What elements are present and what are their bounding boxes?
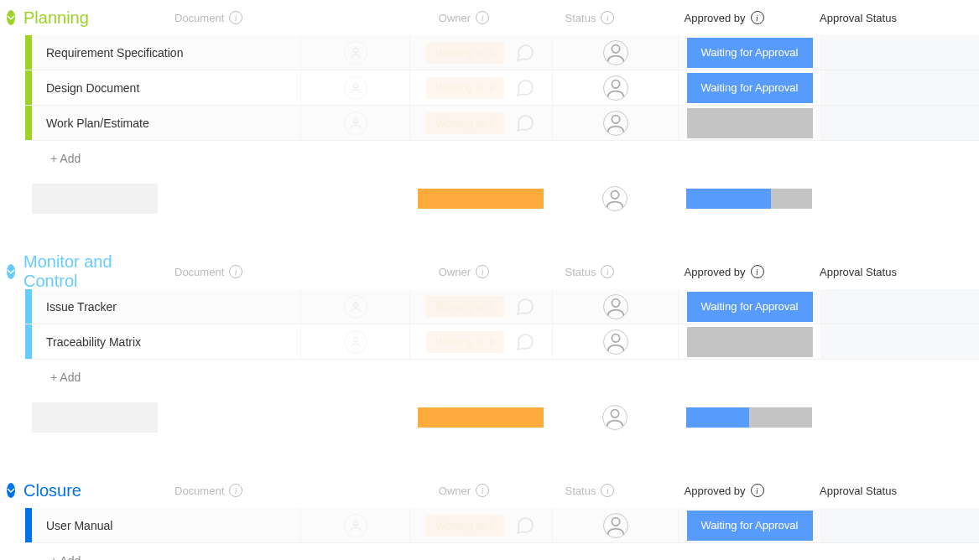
add-button[interactable]: + Add	[32, 554, 300, 560]
info-icon: i	[476, 484, 489, 497]
col-header-approval-status: Approval Status	[787, 266, 930, 278]
chat-icon[interactable]	[514, 331, 536, 353]
person-icon	[603, 40, 628, 65]
svg-point-1	[612, 44, 619, 52]
person-icon	[344, 295, 367, 319]
description-cell[interactable]	[820, 508, 979, 542]
status-cell[interactable]: Working on it	[409, 106, 552, 140]
table-row[interactable]: User Manual Working on it Waiting for Ap…	[25, 508, 979, 543]
approval-status-cell[interactable]: Waiting for Approval	[678, 35, 820, 70]
document-name[interactable]: Design Document	[32, 70, 300, 105]
col-header-approved-by: Approved byi	[661, 265, 787, 278]
info-icon: i	[601, 11, 614, 24]
add-button[interactable]: + Add	[32, 152, 300, 165]
status-cell[interactable]: Working on it	[409, 35, 552, 70]
row-accent	[25, 35, 32, 70]
approved-by-cell[interactable]	[552, 508, 678, 542]
col-header-approved-by: Approved byi	[661, 484, 787, 497]
status-cell[interactable]: Working on it	[409, 289, 552, 324]
chat-icon[interactable]	[514, 296, 536, 318]
owner-cell[interactable]	[300, 106, 409, 140]
chat-icon[interactable]	[514, 42, 536, 64]
approved-by-cell[interactable]	[552, 106, 678, 140]
add-row[interactable]: + Add	[25, 141, 979, 176]
document-name[interactable]: User Manual	[32, 508, 300, 542]
person-icon	[344, 514, 367, 537]
col-header-description: Document Description	[930, 266, 979, 278]
document-name[interactable]: Traceability Matrix	[32, 324, 300, 359]
collapse-toggle[interactable]	[7, 264, 15, 279]
table-row[interactable]: Traceability Matrix Working on it	[25, 324, 979, 360]
summary-avatar-cell	[552, 405, 678, 430]
col-header-owner: Owneri	[409, 11, 518, 24]
approval-status-cell[interactable]: Waiting for Approval	[678, 70, 820, 105]
approved-by-cell[interactable]	[552, 35, 678, 70]
col-header-status: Statusi	[518, 265, 661, 278]
status-cell[interactable]: Working on it	[409, 324, 552, 359]
description-cell[interactable]	[820, 289, 979, 324]
document-name[interactable]: Requirement Specification	[32, 35, 300, 70]
approval-status-cell[interactable]	[678, 106, 820, 140]
approved-by-cell[interactable]	[552, 324, 678, 359]
status-pill: Working on it	[426, 112, 505, 134]
approval-badge: Waiting for Approval	[687, 511, 813, 541]
chat-icon[interactable]	[514, 112, 536, 134]
description-cell[interactable]	[820, 35, 979, 70]
add-button[interactable]: + Add	[32, 371, 300, 384]
table-row[interactable]: Work Plan/Estimate Working on it	[25, 106, 979, 141]
chat-icon[interactable]	[514, 77, 536, 99]
approval-status-cell[interactable]: Waiting for Approval	[678, 289, 820, 324]
approval-status-cell[interactable]	[678, 324, 820, 359]
owner-cell[interactable]	[300, 289, 409, 324]
description-cell[interactable]	[820, 70, 979, 105]
col-header-owner: Owneri	[409, 484, 518, 497]
description-cell[interactable]	[820, 324, 979, 359]
group-title[interactable]: Closure	[23, 481, 141, 500]
person-icon	[603, 513, 628, 538]
info-icon: i	[229, 484, 242, 497]
group-title[interactable]: Planning	[23, 8, 141, 28]
svg-point-6	[611, 191, 618, 199]
info-icon: i	[751, 265, 764, 278]
approval-status-cell[interactable]: Waiting for Approval	[678, 508, 820, 542]
svg-point-11	[611, 410, 618, 417]
status-pill: Working on it	[426, 42, 505, 64]
document-name[interactable]: Work Plan/Estimate	[32, 106, 300, 140]
table-row[interactable]: Issue Tracker Working on it Waiting for …	[25, 289, 979, 324]
group-planning: Planning Documenti Owneri Statusi Approv…	[0, 0, 979, 216]
approval-badge: Waiting for Approval	[687, 38, 813, 68]
group-summary	[25, 181, 979, 216]
chat-icon[interactable]	[514, 515, 536, 537]
owner-cell[interactable]	[300, 324, 409, 359]
owner-cell[interactable]	[300, 35, 409, 70]
col-header-description: Document Description	[930, 485, 979, 497]
person-icon	[603, 75, 628, 101]
group-header: Monitor and Control Documenti Owneri Sta…	[0, 254, 979, 289]
col-header-approved-by: Approved byi	[661, 11, 787, 24]
document-name[interactable]: Issue Tracker	[32, 289, 300, 324]
add-row[interactable]: + Add	[25, 543, 979, 560]
collapse-toggle[interactable]	[7, 483, 15, 498]
approved-by-cell[interactable]	[552, 289, 678, 324]
owner-cell[interactable]	[300, 70, 409, 105]
group-title[interactable]: Monitor and Control	[23, 252, 141, 291]
approval-badge	[687, 108, 813, 138]
description-cell[interactable]	[820, 106, 979, 140]
collapse-toggle[interactable]	[7, 10, 15, 25]
svg-point-12	[353, 521, 357, 525]
table-row[interactable]: Requirement Specification Working on it …	[25, 35, 979, 70]
person-icon	[344, 330, 367, 354]
person-icon	[344, 41, 367, 65]
svg-point-9	[353, 337, 357, 341]
status-cell[interactable]: Working on it	[409, 508, 552, 542]
approved-by-cell[interactable]	[552, 70, 678, 105]
summary-avatar-cell	[552, 186, 678, 211]
status-cell[interactable]: Working on it	[409, 70, 552, 105]
add-row[interactable]: + Add	[25, 360, 979, 395]
table-row[interactable]: Design Document Working on it Waiting fo…	[25, 70, 979, 106]
group-closure: Closure Documenti Owneri Statusi Approve…	[0, 473, 979, 560]
col-header-description: Document Description	[930, 12, 979, 24]
summary-progress-fill	[686, 407, 749, 428]
col-header-approval-status: Approval Status	[787, 485, 930, 497]
owner-cell[interactable]	[300, 508, 409, 542]
